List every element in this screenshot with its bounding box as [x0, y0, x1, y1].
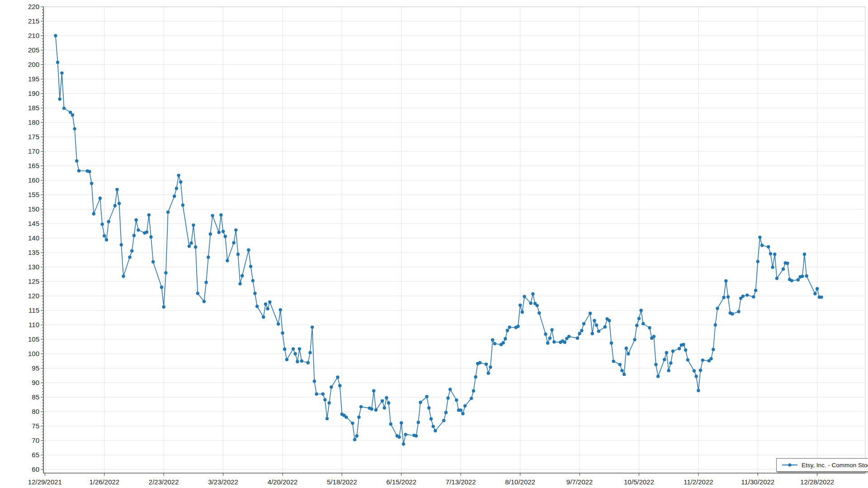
svg-text:70: 70: [32, 436, 39, 444]
svg-text:8/10/2022: 8/10/2022: [505, 478, 535, 486]
svg-text:110: 110: [28, 321, 39, 328]
svg-text:145: 145: [28, 220, 39, 227]
svg-text:65: 65: [32, 451, 39, 459]
series-etsy-common-stock: [54, 34, 823, 446]
svg-text:4/20/2022: 4/20/2022: [268, 478, 298, 486]
svg-text:160: 160: [28, 176, 39, 184]
legend[interactable]: Etsy, Inc. - Common Stock: [776, 458, 868, 472]
svg-text:180: 180: [28, 118, 39, 126]
svg-text:105: 105: [28, 335, 39, 343]
stock-price-chart: 2202152102052001951901851801751701651601…: [0, 0, 868, 488]
legend-line-marker-icon: [781, 462, 798, 468]
legend-series-label: Etsy, Inc. - Common Stock: [802, 462, 868, 469]
svg-text:60: 60: [32, 465, 39, 473]
svg-text:120: 120: [28, 292, 39, 300]
chart-canvas: 2202152102052001951901851801751701651601…: [0, 0, 868, 488]
svg-text:3/23/2022: 3/23/2022: [208, 478, 238, 486]
svg-text:155: 155: [28, 191, 39, 198]
y-axis: 2202152102052001951901851801751701651601…: [28, 3, 43, 473]
svg-text:80: 80: [32, 408, 39, 415]
svg-text:150: 150: [28, 205, 39, 213]
svg-text:205: 205: [28, 46, 39, 54]
svg-text:12/28/2022: 12/28/2022: [800, 478, 834, 486]
svg-text:100: 100: [28, 350, 39, 357]
svg-text:135: 135: [28, 249, 39, 256]
svg-text:5/18/2022: 5/18/2022: [327, 478, 357, 486]
svg-text:12/29/2021: 12/29/2021: [28, 478, 62, 486]
svg-text:195: 195: [28, 75, 39, 83]
svg-text:115: 115: [28, 306, 39, 314]
svg-text:9/7/2022: 9/7/2022: [566, 478, 593, 486]
svg-text:85: 85: [32, 393, 39, 401]
svg-text:210: 210: [28, 32, 39, 39]
svg-text:90: 90: [32, 379, 39, 386]
svg-text:6/15/2022: 6/15/2022: [386, 478, 416, 486]
svg-text:2/23/2022: 2/23/2022: [149, 478, 179, 486]
svg-text:11/30/2022: 11/30/2022: [741, 478, 774, 486]
svg-text:7/13/2022: 7/13/2022: [446, 478, 476, 486]
svg-text:75: 75: [32, 422, 39, 430]
svg-text:1/26/2022: 1/26/2022: [89, 478, 119, 486]
svg-text:125: 125: [28, 277, 39, 285]
svg-text:175: 175: [28, 133, 39, 141]
svg-text:185: 185: [28, 104, 39, 112]
svg-text:220: 220: [28, 3, 39, 10]
svg-text:130: 130: [28, 263, 39, 271]
svg-text:165: 165: [28, 162, 39, 169]
svg-text:140: 140: [28, 234, 39, 242]
svg-text:190: 190: [28, 89, 39, 97]
svg-text:11/2/2022: 11/2/2022: [684, 478, 713, 486]
svg-text:10/5/2022: 10/5/2022: [624, 478, 654, 486]
svg-text:215: 215: [28, 17, 39, 25]
svg-text:95: 95: [32, 364, 39, 372]
x-axis: 12/29/20211/26/20222/23/20223/23/20224/2…: [28, 473, 834, 486]
svg-text:200: 200: [28, 61, 39, 68]
svg-text:170: 170: [28, 147, 39, 155]
